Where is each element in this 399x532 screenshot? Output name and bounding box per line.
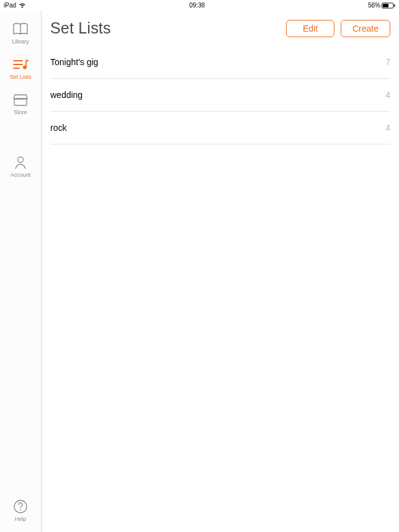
sidebar-item-setlists[interactable]: Set Lists bbox=[0, 52, 41, 87]
sidebar-item-label: Store bbox=[14, 109, 27, 115]
sidebar-item-help[interactable]: Help bbox=[0, 494, 41, 532]
list-item-count: 4 bbox=[385, 90, 390, 100]
sidebar-item-library[interactable]: Library bbox=[0, 17, 41, 52]
sidebar-item-label: Account bbox=[11, 172, 31, 178]
list-item-name: rock bbox=[50, 123, 66, 133]
list-item-name: Tonight's gig bbox=[50, 57, 98, 67]
svg-rect-2 bbox=[394, 4, 395, 7]
list-item[interactable]: rock 4 bbox=[50, 112, 390, 144]
list-item-name: wedding bbox=[50, 90, 83, 100]
battery-percent: 56% bbox=[368, 2, 380, 9]
store-icon bbox=[12, 92, 29, 107]
sidebar-item-store[interactable]: Store bbox=[0, 87, 41, 123]
book-icon bbox=[12, 22, 29, 37]
svg-point-7 bbox=[18, 157, 24, 162]
app: Library Set Lists bbox=[0, 11, 399, 532]
sidebar: Library Set Lists bbox=[0, 11, 42, 532]
svg-point-6 bbox=[23, 66, 27, 69]
status-left: iPad bbox=[4, 2, 26, 9]
list-item-count: 4 bbox=[385, 123, 390, 133]
sidebar-item-label: Library bbox=[12, 38, 29, 45]
status-time: 09:38 bbox=[189, 2, 205, 9]
svg-point-9 bbox=[20, 510, 21, 511]
list-item[interactable]: Tonight's gig 7 bbox=[50, 46, 390, 79]
wifi-icon bbox=[19, 2, 26, 9]
list-item[interactable]: wedding 4 bbox=[50, 79, 390, 112]
account-icon bbox=[12, 155, 29, 170]
battery-icon bbox=[382, 2, 395, 9]
edit-button[interactable]: Edit bbox=[286, 20, 334, 37]
page-title: Set Lists bbox=[50, 19, 111, 37]
create-button[interactable]: Create bbox=[341, 20, 390, 37]
svg-rect-1 bbox=[383, 4, 388, 7]
help-icon bbox=[12, 499, 29, 514]
sidebar-item-label: Help bbox=[15, 516, 27, 522]
setlist-list: Tonight's gig 7 wedding 4 rock 4 bbox=[50, 46, 390, 144]
list-item-count: 7 bbox=[385, 57, 390, 67]
header-buttons: Edit Create bbox=[286, 20, 390, 37]
header: Set Lists Edit Create bbox=[50, 19, 390, 46]
device-label: iPad bbox=[4, 2, 16, 9]
setlist-icon bbox=[12, 57, 29, 72]
sidebar-item-account[interactable]: Account bbox=[0, 150, 41, 185]
main: Set Lists Edit Create Tonight's gig 7 we… bbox=[42, 11, 399, 532]
sidebar-item-label: Set Lists bbox=[10, 74, 32, 80]
status-bar: iPad 09:38 56% bbox=[0, 0, 399, 11]
status-right: 56% bbox=[368, 2, 395, 9]
